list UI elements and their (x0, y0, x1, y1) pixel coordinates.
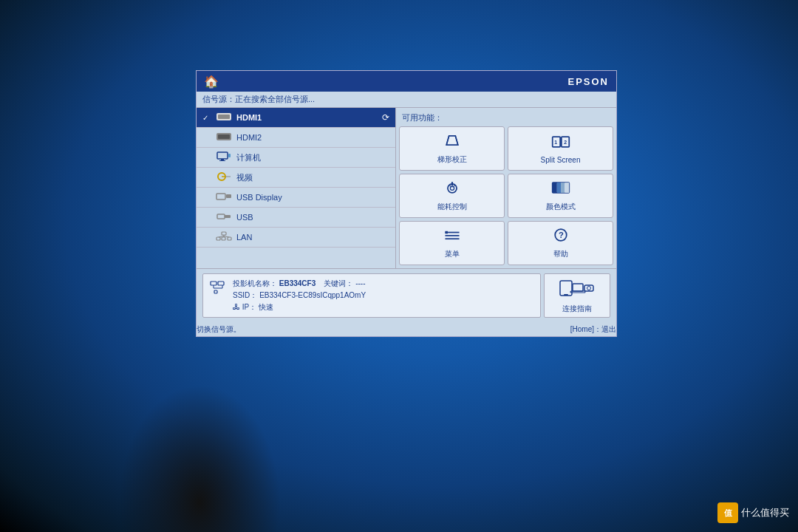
svg-rect-5 (221, 159, 224, 160)
keystone-button[interactable]: 梯形校正 (399, 126, 505, 171)
color-mode-icon (551, 180, 570, 200)
source-item-lan[interactable]: LAN (197, 228, 395, 248)
watermark-text: 什么值得买 (741, 506, 789, 519)
source-item-hdmi1[interactable]: ✓ HDMI1 ⟳ (197, 108, 395, 128)
svg-rect-43 (211, 282, 216, 285)
svg-rect-34 (556, 183, 560, 193)
menu-button[interactable]: 菜单 (399, 221, 505, 265)
svg-rect-6 (219, 160, 225, 161)
main-content: ✓ HDMI1 ⟳ (197, 108, 616, 268)
connect-guide-label: 连接指南 (562, 304, 592, 314)
connect-guide-button[interactable]: 连接指南 (544, 273, 610, 318)
features-grid: 梯形校正 1 2 Split Screen (399, 126, 613, 265)
keyword-value: ---- (355, 279, 365, 287)
keystone-label: 梯形校正 (437, 154, 467, 165)
hdmi1-arrow: ⟳ (382, 112, 389, 123)
svg-point-31 (450, 186, 454, 190)
svg-rect-3 (218, 134, 230, 139)
signal-source-label: 信号源：正在搜索全部信号源... (202, 94, 315, 105)
split-screen-button[interactable]: 1 2 Split Screen (508, 126, 613, 171)
split-screen-icon: 1 2 (551, 134, 570, 154)
epson-panel: 🏠 EPSON 信号源：正在搜索全部信号源... ✓ (196, 70, 617, 337)
svg-rect-11 (216, 194, 225, 200)
projector-name-label: 投影机名称： (233, 279, 277, 287)
svg-rect-36 (565, 183, 569, 193)
keystone-icon (443, 132, 462, 152)
device-info: 投影机名称： EB334CF3 关键词： ---- SSID： EB334CF3… (202, 273, 541, 318)
help-icon: ? (551, 227, 570, 247)
svg-rect-44 (218, 282, 224, 285)
status-bar: 切换信号源。 [Home]：退出 (197, 322, 616, 336)
ip-label: 🖧 IP： (233, 303, 256, 311)
power-consumption-button[interactable]: 能耗控制 (399, 174, 505, 218)
svg-point-54 (587, 286, 591, 290)
source-label-usb: USB (236, 213, 253, 222)
color-mode-label: 颜色模式 (546, 202, 576, 212)
video-icon (216, 171, 232, 183)
projector-name-value: EB334CF3 (279, 279, 316, 287)
svg-rect-35 (561, 183, 565, 193)
source-label-computer: 计算机 (236, 152, 261, 163)
features-panel: 可用功能： 梯形校正 (396, 108, 616, 268)
source-label-video: 视频 (236, 172, 253, 183)
svg-rect-49 (560, 281, 572, 296)
status-right: [Home]：退出 (570, 324, 616, 335)
source-label-lan: LAN (236, 233, 252, 242)
svg-rect-15 (222, 232, 226, 235)
source-item-hdmi2[interactable]: HDMI2 (197, 128, 395, 148)
check-mark: ✓ (202, 114, 211, 122)
source-item-usb[interactable]: USB (197, 208, 395, 228)
source-item-usb-display[interactable]: USB Display (197, 188, 395, 208)
help-button[interactable]: ? 帮助 (508, 221, 613, 265)
hand-shadow (118, 384, 281, 532)
svg-rect-48 (214, 290, 217, 293)
svg-rect-51 (573, 284, 583, 291)
svg-rect-14 (225, 215, 231, 218)
home-icon[interactable]: 🏠 (204, 75, 219, 89)
usb-icon (216, 211, 232, 223)
svg-text:1: 1 (554, 139, 557, 144)
features-title: 可用功能： (399, 111, 613, 126)
svg-rect-17 (222, 237, 225, 240)
status-left: 切换信号源。 (197, 324, 241, 335)
svg-rect-16 (216, 237, 220, 240)
svg-rect-4 (217, 152, 228, 159)
color-mode-button[interactable]: 颜色模式 (508, 174, 613, 218)
svg-rect-40 (445, 231, 447, 233)
connect-guide-icon (559, 278, 595, 301)
menu-icon (443, 227, 462, 247)
power-icon (443, 180, 462, 200)
source-item-video[interactable]: 视频 (197, 168, 395, 188)
ssid-label: SSID： (233, 291, 257, 299)
source-item-computer[interactable]: 计算机 (197, 148, 395, 168)
svg-rect-7 (228, 154, 231, 157)
svg-rect-33 (552, 183, 556, 193)
source-label-usb-display: USB Display (236, 193, 282, 202)
lan-icon (216, 231, 232, 243)
watermark: 值 什么值得买 (717, 502, 789, 523)
watermark-badge: 值 (717, 502, 738, 523)
svg-text:?: ? (558, 231, 563, 239)
ip-value: 快速 (259, 303, 273, 311)
lan-device-icon (209, 278, 227, 297)
source-label-hdmi1: HDMI1 (236, 113, 262, 122)
panel-header: 🏠 EPSON (197, 71, 616, 92)
ssid-value: EB334CF3-EC89sICqpp1AOmY (259, 291, 366, 299)
svg-line-23 (446, 136, 449, 145)
epson-screen: 🏠 EPSON 信号源：正在搜索全部信号源... ✓ (196, 70, 617, 381)
source-label-hdmi2: HDMI2 (236, 133, 262, 142)
svg-rect-18 (228, 237, 231, 240)
svg-rect-13 (217, 214, 225, 219)
svg-rect-52 (570, 291, 585, 293)
signal-source-row: 信号源：正在搜索全部信号源... (197, 92, 616, 108)
computer-icon (216, 151, 232, 163)
hdmi1-icon (216, 112, 232, 123)
bottom-info: 投影机名称： EB334CF3 关键词： ---- SSID： EB334CF3… (197, 268, 616, 322)
hdmi2-icon (216, 132, 232, 143)
split-screen-label: Split Screen (541, 156, 581, 164)
keyword-label: 关键词： (324, 279, 353, 287)
svg-rect-1 (218, 115, 230, 119)
source-panel: ✓ HDMI1 ⟳ (197, 108, 396, 268)
device-info-text: 投影机名称： EB334CF3 关键词： ---- SSID： EB334CF3… (233, 278, 366, 313)
menu-label: 菜单 (445, 249, 460, 259)
